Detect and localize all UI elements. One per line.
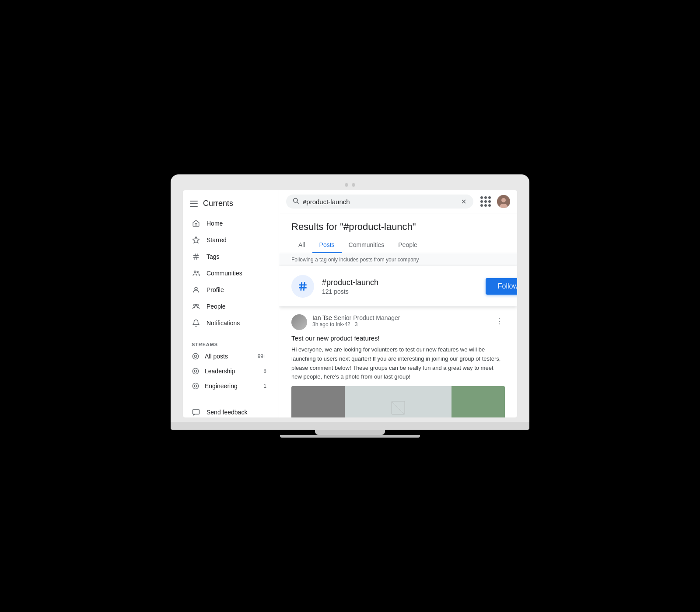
sidebar-header: Currents — [183, 195, 279, 215]
image-segment-green — [452, 386, 505, 417]
sidebar-item-home[interactable]: Home — [183, 215, 273, 232]
svg-line-3 — [195, 254, 196, 260]
svg-line-29 — [392, 401, 405, 414]
bell-icon — [192, 319, 200, 327]
sidebar-item-profile[interactable]: Profile — [183, 282, 273, 298]
main-content: Results for "#product-launch" All Posts … — [279, 190, 517, 417]
svg-line-4 — [197, 254, 198, 260]
svg-point-7 — [195, 287, 197, 290]
tag-info: #product-launch 121 posts — [322, 278, 505, 295]
search-bar — [286, 195, 473, 209]
post-header: Ian Tse Senior Product Manager 3h ago to… — [291, 314, 505, 330]
post-author: Ian Tse Senior Product Manager — [312, 314, 488, 321]
sidebar-item-label-people: People — [206, 303, 226, 310]
sidebar-item-notifications[interactable]: Notifications — [183, 315, 273, 331]
laptop-base — [171, 422, 529, 430]
sidebar-item-label-communities: Communities — [206, 270, 242, 277]
post-card: Ian Tse Senior Product Manager 3h ago to… — [279, 307, 517, 417]
svg-point-12 — [192, 368, 198, 374]
engineering-icon — [192, 382, 200, 390]
community-icon — [192, 269, 200, 278]
stream-label-all-posts: All posts — [205, 353, 252, 360]
svg-point-11 — [194, 355, 196, 357]
follow-button[interactable]: Follow — [486, 278, 517, 295]
svg-line-26 — [301, 282, 302, 291]
search-icon — [292, 197, 299, 206]
tag-count: 121 posts — [322, 288, 505, 295]
tag-notice: Following a tag only includes posts from… — [279, 253, 517, 266]
apps-icon[interactable] — [479, 195, 493, 209]
feedback-icon — [192, 408, 200, 417]
tab-people[interactable]: People — [391, 238, 424, 253]
clear-search-icon[interactable] — [460, 198, 467, 205]
tab-posts[interactable]: Posts — [312, 238, 342, 253]
results-header: Results for "#product-launch" All Posts … — [279, 213, 517, 253]
tag-card-wrapper: #product-launch 121 posts Follow — [279, 266, 517, 306]
send-feedback-label: Send feedback — [206, 409, 247, 416]
people-icon — [192, 302, 200, 311]
stream-item-leadership[interactable]: Leadership 8 — [183, 364, 273, 379]
home-icon — [192, 219, 200, 228]
sidebar-item-tags[interactable]: Tags — [183, 248, 273, 265]
tag-card: #product-launch 121 posts Follow — [279, 266, 517, 306]
user-avatar[interactable] — [497, 195, 510, 208]
stream-count-all-posts: 99+ — [258, 353, 266, 359]
laptop-stand — [315, 430, 385, 435]
star-icon — [192, 236, 200, 244]
person-icon — [192, 285, 200, 294]
sidebar-item-people[interactable]: People — [183, 298, 273, 315]
sidebar: Currents Home — [183, 190, 279, 417]
sidebar-item-starred[interactable]: Starred — [183, 232, 273, 248]
svg-point-22 — [501, 198, 506, 202]
svg-point-14 — [192, 383, 198, 389]
svg-point-10 — [192, 353, 198, 359]
sidebar-item-label-profile: Profile — [206, 286, 224, 293]
post-time: 3h ago to Ink-42 3 — [312, 321, 488, 327]
stream-count-engineering: 1 — [263, 383, 266, 389]
streams-label: STREAMS — [183, 338, 279, 349]
more-options-icon[interactable]: ⋮ — [494, 314, 505, 327]
post-title: Test our new product features! — [291, 334, 505, 342]
leadership-icon — [192, 367, 200, 375]
svg-point-15 — [194, 385, 196, 387]
camera-dot — [345, 183, 348, 187]
all-posts-icon — [192, 352, 200, 360]
stream-item-engineering[interactable]: Engineering 1 — [183, 379, 273, 393]
post-author-name: Ian Tse — [312, 314, 332, 321]
tabs-bar: All Posts Communities People — [291, 238, 505, 253]
sidebar-item-communities[interactable]: Communities — [183, 265, 273, 282]
tag-name: #product-launch — [322, 278, 505, 287]
post-avatar — [291, 314, 307, 330]
send-feedback-item[interactable]: Send feedback — [183, 404, 279, 417]
svg-rect-16 — [193, 410, 200, 414]
post-body: Hi everyone, we are looking for voluntee… — [291, 345, 505, 382]
toolbar — [279, 190, 517, 213]
microphone-dot — [352, 183, 355, 187]
tab-communities[interactable]: Communities — [342, 238, 392, 253]
toolbar-right — [479, 195, 510, 209]
post-actions: ⋮ — [494, 314, 505, 327]
laptop-foot — [280, 435, 420, 438]
app-title: Currents — [203, 199, 233, 208]
search-input[interactable] — [303, 198, 457, 205]
post-meta: Ian Tse Senior Product Manager 3h ago to… — [312, 314, 488, 327]
sidebar-item-label-starred: Starred — [206, 236, 227, 243]
tab-all[interactable]: All — [291, 238, 312, 253]
sidebar-item-label-tags: Tags — [206, 253, 220, 260]
image-segment-light — [345, 386, 452, 417]
svg-line-27 — [304, 282, 304, 291]
svg-line-18 — [297, 202, 299, 204]
svg-point-13 — [194, 370, 196, 372]
stream-label-engineering: Engineering — [205, 382, 258, 389]
results-title: Results for "#product-launch" — [291, 221, 505, 233]
hamburger-menu-icon[interactable] — [190, 201, 198, 207]
stream-item-all-posts[interactable]: All posts 99+ — [183, 349, 273, 364]
svg-point-6 — [197, 271, 198, 273]
content-area: Results for "#product-launch" All Posts … — [279, 213, 517, 417]
follow-button-container: Follow — [486, 278, 517, 295]
sidebar-nav: Home Starred — [183, 215, 279, 331]
stream-label-leadership: Leadership — [205, 368, 258, 375]
svg-marker-0 — [193, 237, 200, 243]
post-author-role: Senior Product Manager — [334, 314, 400, 321]
svg-point-17 — [294, 198, 298, 202]
